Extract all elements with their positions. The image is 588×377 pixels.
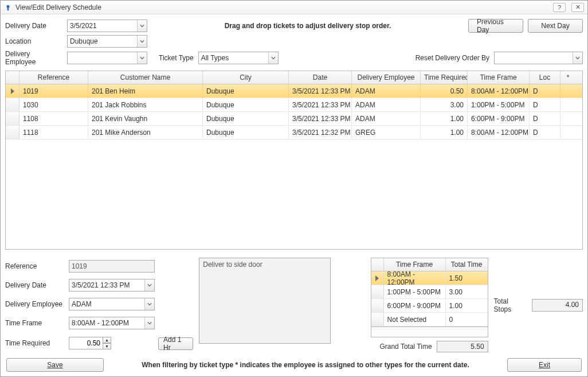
cell-customer: 201 Mike Anderson [88,126,203,139]
total-stops-label: Total Stops [494,297,528,313]
app-icon [4,3,12,11]
cell-time-required: 1.00 [421,112,468,125]
table-row[interactable]: 1108201 Kevin VaughnDubuque3/5/2021 12:3… [6,112,582,126]
summary-row[interactable]: 6:00PM - 9:00PM1.00 [371,299,488,313]
delivery-date-value: 3/5/2021 [70,22,97,30]
summary-time-frame: 1:00PM - 5:00PM [384,285,446,298]
cell-employee: ADAM [352,98,421,111]
detail-delivery-employee-combo[interactable]: ADAM [69,298,155,310]
col-date[interactable]: Date [289,71,352,84]
reset-order-label: Reset Delivery Order By [415,54,489,62]
cell-employee: ADAM [352,112,421,125]
time-required-stepper[interactable]: ▲ ▼ [69,337,111,349]
cell-loc: D [530,126,560,139]
summary-time-frame: 6:00PM - 9:00PM [384,299,446,312]
cell-time-frame: 8:00AM - 12:00PM [468,126,530,139]
close-button[interactable]: ✕ [571,3,584,12]
summary-total-time: 0 [446,313,488,326]
reset-order-combo[interactable] [494,52,583,64]
summary-row[interactable]: Not Selected0 [371,313,488,327]
save-button[interactable]: Save [6,358,104,372]
cell-time-frame: 1:00PM - 5:00PM [468,98,530,111]
cell-employee: GREG [352,126,421,139]
chevron-down-icon [144,317,154,329]
table-row[interactable]: 1030201 Jack RobbinsDubuque3/5/2021 12:3… [6,98,582,112]
cell-time-required: 3.00 [421,98,468,111]
delivery-date-combo[interactable]: 3/5/2021 [67,20,147,32]
row-handle[interactable] [6,126,19,139]
col-loc[interactable]: Loc [530,71,560,84]
cell-employee: ADAM [352,84,421,98]
row-handle[interactable] [6,112,19,125]
col-time-frame[interactable]: Time Frame [468,71,530,84]
ticket-type-combo[interactable]: All Types [198,52,279,64]
cell-customer: 201 Ben Heim [88,84,203,98]
col-star[interactable]: * [560,71,575,84]
footnote: When filtering by ticket type * indicate… [111,361,500,369]
cell-loc: D [530,84,560,98]
cell-date: 3/5/2021 12:32 PM [289,126,352,139]
grid-header: Reference Customer Name City Date Delive… [6,71,582,84]
summary-row[interactable]: 8:00AM - 12:00PM1.50 [371,271,488,285]
cell-loc: D [530,98,560,111]
add-1hr-button[interactable]: Add 1 Hr [158,337,193,350]
cell-reference: 1019 [19,84,88,98]
location-label: Location [5,37,62,45]
cell-city: Dubuque [203,98,289,111]
cell-loc: D [530,112,560,125]
row-handle[interactable] [371,271,384,285]
table-row[interactable]: 1019201 Ben HeimDubuque3/5/2021 12:33 PM… [6,84,582,98]
row-handle[interactable] [6,84,19,98]
ticket-type-value: All Types [201,54,229,62]
table-row[interactable]: 1118201 Mike AndersonDubuque3/5/2021 12:… [6,126,582,139]
grand-total-value: 5.50 [437,341,488,352]
col-customer[interactable]: Customer Name [88,71,203,84]
cell-date: 3/5/2021 12:33 PM [289,112,352,125]
cell-reference: 1108 [19,112,88,125]
detail-time-frame-combo[interactable]: 8:00AM - 12:00PM [69,317,155,329]
summary-row[interactable]: 1:00PM - 5:00PM3.00 [371,285,488,299]
summary-time-frame: 8:00AM - 12:00PM [384,271,446,285]
row-handle[interactable] [371,285,384,298]
cell-star [560,98,575,111]
detail-delivery-date-label: Delivery Date [5,281,65,289]
col-reference[interactable]: Reference [19,71,88,84]
summary-time-frame: Not Selected [384,313,446,326]
delivery-notes[interactable]: Deliver to side door [199,258,330,344]
cell-city: Dubuque [203,112,289,125]
detail-reference-field: 1019 [69,260,155,273]
col-time-req[interactable]: Time Required [421,71,468,84]
summary-col-timeframe[interactable]: Time Frame [384,258,446,271]
row-handle[interactable] [371,299,384,312]
spin-down-icon[interactable]: ▼ [103,343,111,349]
summary-col-totaltime[interactable]: Total Time [446,258,488,271]
grid-header-handle [6,71,19,84]
delivery-grid[interactable]: Reference Customer Name City Date Delive… [5,71,583,250]
help-button[interactable]: ? [553,3,566,12]
summary-total-time: 1.00 [446,299,488,312]
detail-reference-label: Reference [5,262,65,270]
exit-button[interactable]: Exit [507,358,582,372]
col-city[interactable]: City [203,71,289,84]
chevron-down-icon [268,52,278,64]
time-required-input[interactable] [69,337,103,349]
spin-up-icon[interactable]: ▲ [103,337,111,343]
delivery-employee-combo[interactable] [67,52,147,64]
row-handle[interactable] [371,313,384,326]
detail-time-required-label: Time Required [5,339,65,347]
detail-delivery-date-combo[interactable]: 3/5/2021 12:33 PM [69,279,155,292]
col-employee[interactable]: Delivery Employee [352,71,421,84]
next-day-button[interactable]: Next Day [528,19,583,33]
cell-time-frame: 6:00PM - 9:00PM [468,112,530,125]
previous-day-button[interactable]: Previous Day [468,19,523,33]
time-frame-summary-grid[interactable]: Time Frame Total Time 8:00AM - 12:00PM1.… [371,258,488,327]
cell-star [560,126,575,139]
summary-footer [371,327,488,337]
grid-body[interactable]: 1019201 Ben HeimDubuque3/5/2021 12:33 PM… [6,84,582,249]
cell-time-required: 1.00 [421,126,468,139]
row-handle[interactable] [6,98,19,111]
cell-customer: 201 Jack Robbins [88,98,203,111]
total-stops: Total Stops 4.00 [494,258,583,352]
chevron-down-icon [137,20,147,32]
location-combo[interactable]: Dubuque [67,35,147,48]
